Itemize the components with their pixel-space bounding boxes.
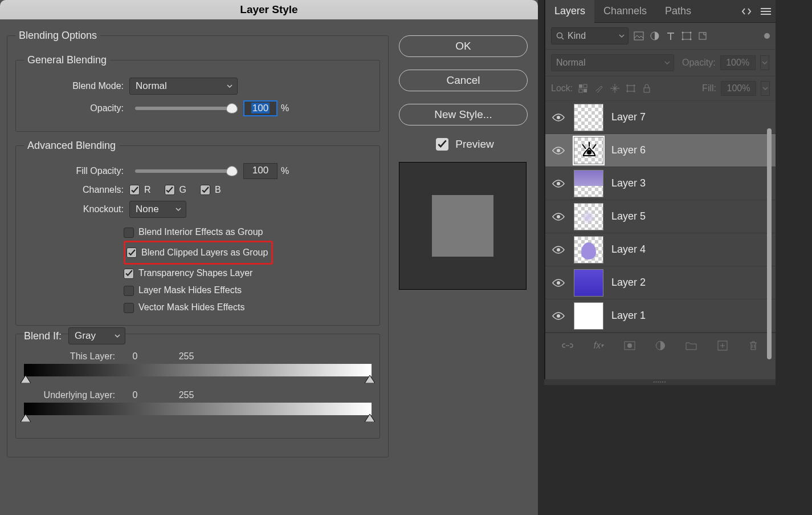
ok-button[interactable]: OK (399, 35, 528, 57)
layer-row[interactable]: Layer 2 (545, 266, 776, 299)
new-adjustment-icon[interactable] (655, 340, 666, 351)
blend-if-select[interactable]: Gray (68, 327, 125, 344)
opacity-slider[interactable] (135, 107, 238, 110)
fx-icon[interactable]: fx▾ (593, 340, 604, 351)
lock-artboard-icon[interactable] (625, 83, 636, 94)
gradient-thumb-white[interactable] (365, 414, 375, 422)
lock-brush-icon[interactable] (593, 83, 605, 94)
underlying-layer-gradient[interactable] (24, 403, 372, 415)
gradient-thumb-black[interactable] (21, 414, 31, 422)
layer-style-dialog: Layer Style Blending Options General Ble… (0, 0, 538, 515)
gradient-thumb-white[interactable] (365, 375, 375, 383)
blend-interior-checkbox[interactable] (124, 228, 134, 238)
lock-all-icon[interactable] (641, 83, 652, 94)
chevron-down-icon (176, 206, 181, 212)
delete-layer-icon[interactable] (748, 340, 759, 351)
filter-adjust-icon[interactable] (649, 30, 660, 42)
opacity-input[interactable]: 100 (243, 100, 278, 116)
layer-row[interactable]: Layer 5 (545, 200, 776, 233)
panel-resize-handle[interactable]: ▪▪▪▪▪▪ (544, 379, 776, 385)
visibility-toggle-icon[interactable] (551, 311, 566, 321)
transparency-shapes-label: Transparency Shapes Layer (138, 268, 252, 278)
layer-blend-select[interactable]: Normal (551, 54, 674, 71)
fill-opacity-slider[interactable] (135, 169, 238, 173)
visibility-toggle-icon[interactable] (551, 212, 566, 221)
layer-row[interactable]: Layer 7 (545, 101, 776, 134)
underlying-layer-label: Underlying Layer: (24, 390, 115, 400)
blending-options-group: Blending Options General Blending Blend … (7, 30, 389, 457)
this-layer-label: This Layer: (24, 351, 115, 362)
gradient-thumb-black[interactable] (21, 375, 31, 383)
layer-row[interactable]: Layer 6 (545, 134, 776, 167)
link-layers-icon[interactable] (562, 340, 573, 351)
visibility-toggle-icon[interactable] (551, 245, 566, 254)
chevron-down-icon (115, 333, 120, 339)
layer-name-label: Layer 6 (611, 144, 646, 156)
layer-row[interactable]: Layer 3 (545, 167, 776, 200)
filter-shape-icon[interactable] (681, 30, 692, 42)
expand-icon[interactable] (737, 7, 756, 15)
blend-mode-select[interactable]: Normal (129, 78, 238, 95)
chevron-down-icon (664, 60, 670, 66)
layer-mask-hides-checkbox[interactable] (124, 286, 134, 296)
slider-thumb-icon[interactable] (226, 166, 238, 176)
this-layer-gradient[interactable] (24, 364, 372, 376)
filter-image-icon[interactable] (633, 30, 644, 42)
svg-point-24 (627, 343, 632, 348)
layer-name-label: Layer 1 (611, 310, 646, 322)
channel-r-checkbox[interactable] (129, 185, 140, 195)
percent-label: % (281, 103, 289, 113)
fill-opacity-input[interactable]: 100 (243, 163, 278, 179)
visibility-toggle-icon[interactable] (551, 113, 566, 122)
new-style-button[interactable]: New Style... (399, 104, 528, 125)
svg-point-6 (682, 39, 684, 40)
layers-scrollbar[interactable] (767, 128, 772, 359)
transparency-shapes-checkbox[interactable] (124, 269, 134, 279)
channel-b-checkbox[interactable] (200, 185, 210, 195)
blend-if-label: Blend If: (24, 330, 62, 342)
search-icon (556, 32, 564, 40)
cancel-button[interactable]: Cancel (399, 70, 528, 91)
channel-b-label: B (215, 185, 221, 195)
channel-g-checkbox[interactable] (165, 185, 175, 195)
filter-kind-select[interactable]: Kind (551, 27, 629, 44)
advanced-blending-legend: Advanced Blending (24, 140, 119, 152)
svg-point-0 (557, 33, 562, 38)
visibility-toggle-icon[interactable] (551, 278, 566, 287)
svg-point-7 (690, 39, 692, 40)
preview-checkbox[interactable] (436, 138, 448, 151)
svg-rect-8 (699, 33, 706, 39)
slider-thumb-icon[interactable] (226, 103, 238, 113)
blend-clipped-checkbox[interactable] (127, 248, 137, 258)
layer-row[interactable]: Layer 1 (545, 299, 776, 332)
channels-label: Channels: (24, 185, 124, 195)
knockout-select[interactable]: None (129, 201, 186, 218)
blend-if-group: Blend If: Gray This Layer: 0 255 (15, 334, 380, 439)
layer-opacity-input[interactable]: 100% (720, 55, 756, 70)
fill-dropdown-icon[interactable] (761, 81, 770, 96)
lock-position-icon[interactable] (609, 83, 621, 94)
svg-point-15 (557, 116, 560, 119)
tab-layers[interactable]: Layers (545, 0, 594, 23)
svg-rect-9 (579, 84, 582, 88)
layer-fill-input[interactable]: 100% (721, 81, 756, 96)
tab-paths[interactable]: Paths (656, 0, 700, 23)
svg-point-16 (557, 149, 560, 152)
panel-menu-icon[interactable] (756, 7, 776, 15)
chevron-down-icon (227, 83, 232, 89)
opacity-dropdown-icon[interactable] (760, 55, 769, 70)
filter-type-icon[interactable] (665, 30, 676, 42)
lock-transparency-icon[interactable] (577, 83, 589, 94)
new-group-icon[interactable] (685, 340, 697, 351)
add-mask-icon[interactable] (624, 340, 635, 351)
filter-toggle-icon[interactable] (764, 33, 770, 39)
new-layer-icon[interactable] (717, 340, 728, 351)
blend-interior-label: Blend Interior Effects as Group (138, 227, 263, 237)
layer-row[interactable]: Layer 4 (545, 233, 776, 266)
tab-channels[interactable]: Channels (594, 0, 656, 23)
visibility-toggle-icon[interactable] (551, 146, 566, 155)
vector-mask-hides-checkbox[interactable] (124, 303, 134, 313)
visibility-toggle-icon[interactable] (551, 179, 566, 188)
percent-label: % (281, 166, 289, 176)
filter-smart-icon[interactable] (697, 30, 708, 42)
